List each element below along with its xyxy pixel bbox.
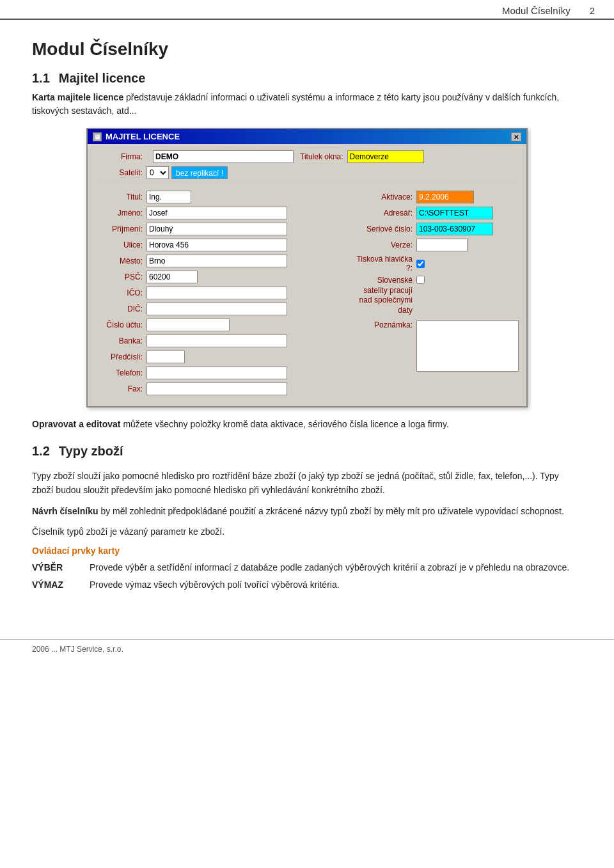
cislo-uctu-label: Číslo účtu: — [95, 320, 146, 329]
ulice-label: Ulice: — [95, 241, 146, 249]
cislo-uctu-row: Číslo účtu: — [95, 319, 342, 331]
below-dialog-rest: můžete všechny položky kromě data aktiva… — [121, 419, 449, 429]
ulice-row: Ulice: — [95, 239, 342, 251]
jmeno-row: Jméno: — [95, 207, 342, 219]
titul-row: Titul: — [95, 191, 342, 203]
poznamka-label: Poznámka: — [352, 320, 416, 329]
fax-label: Fax: — [95, 384, 146, 393]
tiskova-hlavicka-checkbox[interactable] — [416, 260, 425, 268]
dialog-titlebar-left: 🖥 MAJITEL LICENCE — [93, 132, 180, 141]
ulice-input[interactable] — [146, 239, 287, 251]
main-title: Modul Číselníky — [32, 39, 582, 59]
footer-left: 2006 ... MTJ Service, s.r.o. — [32, 645, 123, 654]
telefon-input[interactable] — [146, 367, 287, 379]
dic-label: DIČ: — [95, 304, 146, 313]
firma-input[interactable] — [153, 150, 294, 163]
titulek-okna-input[interactable] — [347, 150, 424, 163]
term-key-vymaz: VÝMAZ — [32, 577, 90, 594]
tiskova-hlavicka-label: Tisková hlavička ?: — [352, 255, 416, 272]
adresat-row: Adresář: — [352, 207, 519, 219]
titulek-okna-group: Titulek okna: — [300, 150, 424, 163]
section2-para2: Návrh číselníku by měl zohlednit předpok… — [32, 504, 582, 518]
slovenske-row: Slovenské satelity pracují nad společným… — [352, 276, 519, 315]
section2-para2-bold: Návrh číselníku — [32, 506, 98, 516]
section2-orange-heading: Ovládací prvky karty — [32, 546, 582, 556]
fax-input[interactable] — [146, 383, 287, 395]
poznamka-textarea[interactable] — [416, 320, 519, 372]
verze-label: Verze: — [352, 241, 416, 249]
dic-row: DIČ: — [95, 303, 342, 315]
ico-row: IČO: — [95, 287, 342, 299]
jmeno-label: Jméno: — [95, 209, 146, 217]
prijmeni-input[interactable] — [146, 223, 287, 235]
section1-intro: Karta majitele licence představuje zákla… — [32, 91, 582, 118]
predcisli-row: Předčíslí: — [95, 351, 342, 363]
dialog-two-col: Titul: Jméno: Příjmení: — [95, 191, 519, 398]
form-separator — [95, 182, 519, 183]
mesto-row: Město: — [95, 255, 342, 267]
titul-input[interactable] — [146, 191, 191, 203]
verze-input[interactable] — [416, 239, 468, 251]
aktivace-row: Aktivace: — [352, 191, 519, 203]
banka-input[interactable] — [146, 335, 287, 347]
section2-para3: Číselník typů zboží je vázaný parametr k… — [32, 525, 582, 539]
firma-row: Firma: Titulek okna: — [95, 150, 519, 163]
satelit-label: Satelit: — [95, 168, 146, 177]
cislo-uctu-input[interactable] — [146, 319, 230, 331]
aktivace-label: Aktivace: — [352, 193, 416, 201]
section1-heading: 1.1Majitel licence — [32, 71, 582, 86]
prijmeni-label: Příjmení: — [95, 225, 146, 233]
section2-number: 1.2 — [32, 444, 50, 458]
mesto-input[interactable] — [146, 255, 287, 267]
adresat-input[interactable] — [416, 207, 493, 219]
titul-label: Titul: — [95, 193, 146, 201]
predcisli-input[interactable] — [146, 351, 185, 363]
below-dialog-text: Opravovat a editovat můžete všechny polo… — [32, 418, 582, 431]
dialog-close-button[interactable]: ✕ — [511, 132, 521, 141]
psc-row: PSČ: — [95, 271, 342, 283]
aktivace-input[interactable] — [416, 191, 474, 203]
seriove-cislo-row: Seriové číslo: — [352, 223, 519, 235]
dialog-icon: 🖥 — [93, 132, 102, 141]
table-row: VÝMAZ Provede výmaz všech výběrových pol… — [32, 577, 582, 594]
seriove-cislo-label: Seriové číslo: — [352, 225, 416, 233]
section2-para1: Typy zboží slouží jako pomocné hledisko … — [32, 469, 582, 498]
verze-row: Verze: — [352, 239, 519, 251]
ico-label: IČO: — [95, 288, 146, 297]
below-dialog-bold: Opravovat a editovat — [32, 419, 121, 429]
section1-number: 1.1 — [32, 71, 50, 85]
page-footer: 2006 ... MTJ Service, s.r.o. — [0, 639, 614, 659]
fax-row: Fax: — [95, 383, 342, 395]
dic-input[interactable] — [146, 303, 287, 315]
banka-label: Banka: — [95, 336, 146, 345]
dialog-body: Firma: Titulek okna: Satelit: 0 bez repl… — [88, 144, 526, 406]
term-desc-vymaz: Provede výmaz všech výběrových polí tvoř… — [90, 577, 582, 594]
firma-label: Firma: — [95, 152, 146, 161]
seriove-cislo-input[interactable] — [416, 223, 493, 235]
mesto-label: Město: — [95, 256, 146, 265]
section2-title: Typy zboží — [59, 444, 123, 458]
terms-table: VÝBĚR Provede výběr a setřídění informac… — [32, 560, 582, 594]
section2-para2-rest: by měl zohlednit předpokládané použití a… — [98, 506, 564, 516]
satelit-row: Satelit: 0 bez replikací ! — [95, 166, 519, 179]
psc-input[interactable] — [146, 271, 198, 283]
satelit-select[interactable]: 0 — [146, 166, 169, 179]
dialog-titlebar: 🖥 MAJITEL LICENCE ✕ — [88, 129, 526, 144]
table-row: VÝBĚR Provede výběr a setřídění informac… — [32, 560, 582, 577]
jmeno-input[interactable] — [146, 207, 287, 219]
header-title: Modul Číselníky — [502, 5, 571, 16]
header-page-num: 2 — [590, 5, 595, 16]
telefon-label: Telefon: — [95, 368, 146, 377]
main-content: Modul Číselníky 1.1Majitel licence Karta… — [0, 26, 614, 613]
psc-label: PSČ: — [95, 272, 146, 281]
slovenske-checkbox[interactable] — [416, 276, 425, 284]
section2-heading: 1.2Typy zboží — [32, 444, 123, 459]
majitel-licence-dialog: 🖥 MAJITEL LICENCE ✕ Firma: Titulek okna:… — [86, 128, 528, 407]
predcisli-label: Předčíslí: — [95, 352, 146, 361]
telefon-row: Telefon: — [95, 367, 342, 379]
slovenske-label: Slovenské satelity pracují nad společným… — [352, 276, 416, 315]
dialog-col-right: Aktivace: Adresář: Seriové číslo: — [347, 191, 519, 398]
term-desc-vybr: Provede výběr a setřídění informací z da… — [90, 560, 582, 577]
page-header: Modul Číselníky 2 — [0, 0, 614, 20]
ico-input[interactable] — [146, 287, 287, 299]
